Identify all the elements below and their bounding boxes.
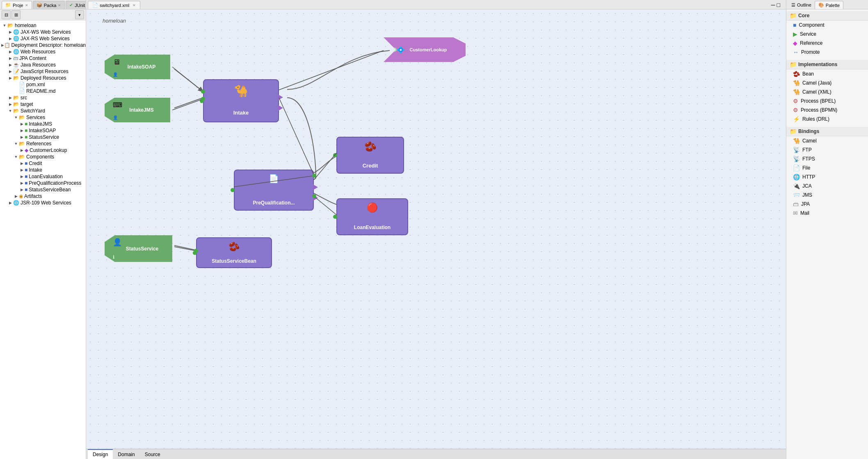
menu-button[interactable]: ▾ xyxy=(75,10,84,19)
tree-item-jsresources[interactable]: ▶ 📝 JavaScript Resources xyxy=(0,68,86,75)
preq-port-2 xyxy=(313,195,318,201)
node-prequalification[interactable]: 📄 PreQualification... xyxy=(234,170,314,211)
tree-label-switchyard: SwitchYard xyxy=(21,108,45,114)
tree-item-statusservicebean[interactable]: ▶ ■ StatusServiceBean xyxy=(0,186,86,193)
tree-item-src[interactable]: ▶ 📂 src xyxy=(0,94,86,101)
palette-item-reference[interactable]: ◆ Reference xyxy=(786,39,868,48)
package-tab-close[interactable]: ✕ xyxy=(58,3,61,7)
tree-item-pom[interactable]: 📄 pom.xml xyxy=(0,81,86,88)
tree-item-target[interactable]: ▶ 📂 target xyxy=(0,101,86,108)
component-palette-label: Component xyxy=(799,22,824,28)
jms-palette-icon: 📨 xyxy=(793,192,800,198)
tree-arrow-jsresources: ▶ xyxy=(7,69,13,73)
palette-item-component[interactable]: ■ Component xyxy=(786,21,868,30)
palette-item-promote[interactable]: ↔ Promote xyxy=(786,48,868,57)
canvas-area[interactable]: homeloan 🖥 IntakeSO xyxy=(86,9,786,449)
palette-item-jpa-binding[interactable]: 🗃 JPA xyxy=(786,200,868,209)
palette-item-camelxml[interactable]: 🐪 Camel (XML) xyxy=(786,87,868,96)
maximize-button[interactable]: □ xyxy=(777,2,780,8)
palette-header-bindings[interactable]: 📁 Bindings xyxy=(786,127,868,136)
palette-item-processbpel[interactable]: ⚙ Process (BPEL) xyxy=(786,96,868,106)
tree-item-webresources[interactable]: ▶ 🌐 Web Resources xyxy=(0,48,86,55)
node-statusservice[interactable]: 👤 StatusService ℹ xyxy=(105,235,172,262)
tab-palette[interactable]: 🎨 Palette xyxy=(815,1,843,9)
node-loanevaluation[interactable]: 🔴 LoanEvaluation xyxy=(336,198,408,235)
tree-item-jaxrs[interactable]: ▶ 🌐 JAX-RS Web Services xyxy=(0,35,86,42)
palette-item-jms[interactable]: 📨 JMS xyxy=(786,190,868,200)
jsr109-icon: 🌐 xyxy=(13,200,19,206)
project-tab-close[interactable]: ✕ xyxy=(25,3,28,7)
tab-domain[interactable]: Domain xyxy=(113,449,139,459)
node-customerlookup[interactable]: 💠 CustomerLookup xyxy=(384,37,466,62)
palette-item-ftp[interactable]: 📡 FTP xyxy=(786,145,868,154)
left-tabs: 📁 Proje ✕ 📦 Packa ✕ ✔ JUnit ✕ ▾ xyxy=(0,0,86,9)
tree-item-artifacts[interactable]: ▶ ◉ Artifacts xyxy=(0,193,86,200)
tree-item-jsr109[interactable]: ▶ 🌐 JSR-109 Web Services xyxy=(0,200,86,206)
credit-in-port xyxy=(333,153,337,157)
tree-item-homeloan[interactable]: ▼ 📂 homeloan xyxy=(0,22,86,29)
tree-item-loanevaluation[interactable]: ▶ ■ LoanEvaluation xyxy=(0,173,86,180)
tree-arrow-intake: ▶ xyxy=(19,168,25,172)
design-tab-label: Design xyxy=(93,452,108,457)
tab-source[interactable]: Source xyxy=(140,449,165,459)
minimize-button[interactable]: ─ xyxy=(771,2,775,8)
tree-item-jaxws[interactable]: ▶ 🌐 JAX-WS Web Services xyxy=(0,29,86,35)
statusservice-node-icon: 👤 xyxy=(113,238,122,247)
tree-item-jpa[interactable]: ▶ 🗃 JPA Content xyxy=(0,55,86,62)
credit-node-icon: 🫘 xyxy=(364,141,377,152)
palette-item-camel[interactable]: 🐪 Camel xyxy=(786,136,868,145)
palette-item-file[interactable]: 📄 File xyxy=(786,163,868,172)
node-credit[interactable]: 🫘 Credit xyxy=(336,137,404,174)
bean-palette-label: Bean xyxy=(802,71,814,77)
palette-item-cameljava[interactable]: 🐪 Camel (Java) xyxy=(786,78,868,87)
collapse-all-button[interactable]: ⊟ xyxy=(2,10,11,19)
palette-section-core: 📁 Core ■ Component ▶ Service ◆ Reference… xyxy=(786,9,868,58)
tree-item-deployed[interactable]: ▶ 📂 Deployed Resources xyxy=(0,75,86,81)
palette-header-core[interactable]: 📁 Core xyxy=(786,11,868,21)
node-intakesoap[interactable]: 🖥 IntakeSOAP 👤 xyxy=(105,55,170,79)
right-tabs: ☰ Outline 🎨 Palette xyxy=(786,0,868,9)
palette-item-ftps[interactable]: 📡 FTPS xyxy=(786,154,868,163)
palette-item-http[interactable]: 🌐 HTTP xyxy=(786,172,868,181)
expand-all-button[interactable]: ⊞ xyxy=(11,10,21,19)
palette-item-service[interactable]: ▶ Service xyxy=(786,30,868,39)
palette-item-processbpmn[interactable]: ⚙ Process (BPMN) xyxy=(786,106,868,115)
palette-header-implementations[interactable]: 📁 Implementations xyxy=(786,60,868,69)
camel-binding-label: Camel xyxy=(802,138,817,144)
connections-svg xyxy=(86,9,786,449)
tree-item-references[interactable]: ▼ 📂 References xyxy=(0,140,86,147)
tree-item-javaresources[interactable]: ▶ ☕ Java Resources xyxy=(0,62,86,68)
palette-item-bean[interactable]: 🫘 Bean xyxy=(786,69,868,78)
tree-item-components[interactable]: ▼ 📂 Components xyxy=(0,154,86,160)
tab-project[interactable]: 📁 Proje ✕ xyxy=(2,1,32,9)
tree-item-customerlookup[interactable]: ▶ ◆ CustomerLookup xyxy=(0,147,86,154)
switchyard-tab-close[interactable]: ✕ xyxy=(132,3,136,7)
tab-package[interactable]: 📦 Packa ✕ xyxy=(33,1,65,9)
tree-item-deployment[interactable]: ▶ 📋 Deployment Descriptor: homeloan xyxy=(0,42,86,48)
tree-item-credit[interactable]: ▶ ■ Credit xyxy=(0,160,86,167)
tree-item-prequalification[interactable]: ▶ ■ PreQualificationProcess xyxy=(0,180,86,186)
tree-item-intakesoap[interactable]: ▶ ■ IntakeSOAP xyxy=(0,127,86,134)
palette-section-bindings: 📁 Bindings 🐪 Camel 📡 FTP 📡 FTPS 📄 File 🌐… xyxy=(786,125,868,219)
tree-label-deployment: Deployment Descriptor: homeloan xyxy=(11,42,86,48)
node-intake[interactable]: 🐪 Intake xyxy=(203,79,279,122)
palette-item-mail[interactable]: ✉ Mail xyxy=(786,209,868,218)
node-intakejms[interactable]: ⌨ IntakeJMS 👤 xyxy=(105,98,170,122)
tree-item-switchyard[interactable]: ▼ 📂 SwitchYard xyxy=(0,108,86,114)
tab-design[interactable]: Design xyxy=(88,449,113,459)
tree-item-intake[interactable]: ▶ ■ Intake xyxy=(0,167,86,173)
tree-item-intakejms[interactable]: ▶ ■ IntakeJMS xyxy=(0,121,86,127)
node-statusservicebean[interactable]: 🫘 StatusServiceBean xyxy=(196,237,272,268)
intakejms-node-icon: ⌨ xyxy=(113,101,122,109)
palette-item-rulesdrl[interactable]: ⚡ Rules (DRL) xyxy=(786,115,868,124)
tree-item-statusservice[interactable]: ▶ ■ StatusService xyxy=(0,134,86,140)
tab-switchyard-xml[interactable]: 📄 switchyard.xml ✕ xyxy=(88,1,140,9)
palette-item-jca[interactable]: 🔌 JCA xyxy=(786,181,868,190)
switchyard-icon: 📂 xyxy=(13,108,19,114)
tab-junit[interactable]: ✔ JUnit ✕ xyxy=(66,1,86,9)
tree-item-services[interactable]: ▼ 📂 Services xyxy=(0,114,86,121)
jpa-binding-label: JPA xyxy=(801,201,810,207)
svg-line-2 xyxy=(279,50,384,90)
tree-item-readme[interactable]: 📄 README.md xyxy=(0,88,86,94)
tab-outline[interactable]: ☰ Outline xyxy=(788,1,815,9)
